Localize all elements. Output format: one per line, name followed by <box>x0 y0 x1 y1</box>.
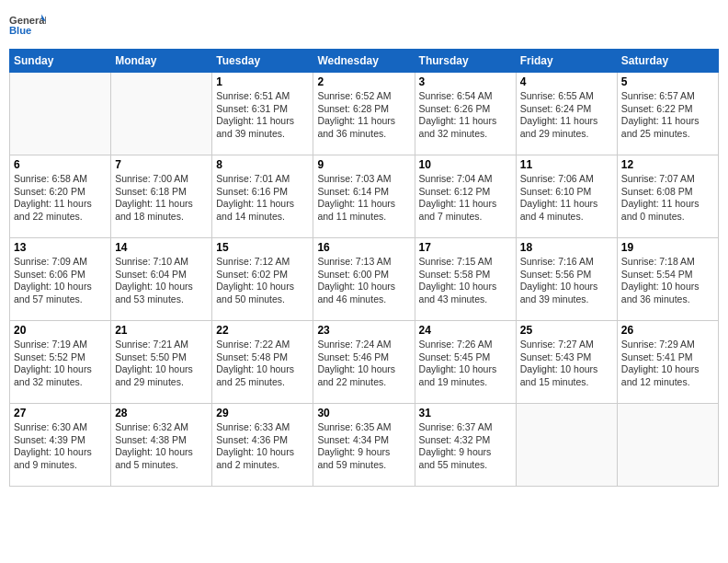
calendar-cell <box>516 404 617 487</box>
day-info: Sunrise: 7:21 AM Sunset: 5:50 PM Dayligh… <box>115 339 208 389</box>
calendar-cell: 6Sunrise: 6:58 AM Sunset: 6:20 PM Daylig… <box>10 155 111 238</box>
day-number: 7 <box>115 158 208 171</box>
calendar-cell: 1Sunrise: 6:51 AM Sunset: 6:31 PM Daylig… <box>212 73 313 155</box>
day-info: Sunrise: 7:29 AM Sunset: 5:41 PM Dayligh… <box>621 339 714 389</box>
day-number: 25 <box>520 324 613 337</box>
calendar-cell: 29Sunrise: 6:33 AM Sunset: 4:36 PM Dayli… <box>212 404 313 487</box>
calendar-cell: 2Sunrise: 6:52 AM Sunset: 6:28 PM Daylig… <box>313 73 415 155</box>
day-number: 19 <box>621 241 714 254</box>
day-number: 8 <box>216 158 309 171</box>
day-number: 9 <box>317 158 410 171</box>
day-number: 1 <box>216 75 309 88</box>
calendar-table: SundayMondayTuesdayWednesdayThursdayFrid… <box>9 49 719 487</box>
calendar-cell: 21Sunrise: 7:21 AM Sunset: 5:50 PM Dayli… <box>111 321 212 404</box>
day-info: Sunrise: 7:16 AM Sunset: 5:56 PM Dayligh… <box>520 256 613 306</box>
day-info: Sunrise: 7:26 AM Sunset: 5:45 PM Dayligh… <box>419 339 512 389</box>
calendar-cell: 3Sunrise: 6:54 AM Sunset: 6:26 PM Daylig… <box>415 73 516 155</box>
day-info: Sunrise: 7:27 AM Sunset: 5:43 PM Dayligh… <box>520 339 613 389</box>
calendar-cell: 28Sunrise: 6:32 AM Sunset: 4:38 PM Dayli… <box>111 404 212 487</box>
day-number: 17 <box>419 241 512 254</box>
day-number: 13 <box>14 241 107 254</box>
calendar-cell <box>10 73 111 155</box>
day-number: 18 <box>520 241 613 254</box>
calendar-cell <box>617 404 718 487</box>
day-info: Sunrise: 6:35 AM Sunset: 4:34 PM Dayligh… <box>317 421 410 472</box>
day-info: Sunrise: 7:07 AM Sunset: 6:08 PM Dayligh… <box>621 173 714 224</box>
day-info: Sunrise: 7:22 AM Sunset: 5:48 PM Dayligh… <box>216 339 309 389</box>
day-header-sunday: Sunday <box>10 50 111 73</box>
calendar-cell: 12Sunrise: 7:07 AM Sunset: 6:08 PM Dayli… <box>617 155 718 238</box>
day-number: 2 <box>317 75 410 88</box>
day-number: 16 <box>317 241 410 254</box>
generalblue-icon: General Blue <box>9 9 46 41</box>
calendar-cell: 9Sunrise: 7:03 AM Sunset: 6:14 PM Daylig… <box>313 155 415 238</box>
day-info: Sunrise: 7:15 AM Sunset: 5:58 PM Dayligh… <box>419 256 512 306</box>
day-info: Sunrise: 6:51 AM Sunset: 6:31 PM Dayligh… <box>216 90 309 141</box>
day-number: 24 <box>419 324 512 337</box>
calendar-cell: 24Sunrise: 7:26 AM Sunset: 5:45 PM Dayli… <box>415 321 516 404</box>
day-info: Sunrise: 6:54 AM Sunset: 6:26 PM Dayligh… <box>419 90 512 141</box>
calendar-week-row: 1Sunrise: 6:51 AM Sunset: 6:31 PM Daylig… <box>10 73 719 155</box>
day-number: 22 <box>216 324 309 337</box>
calendar-header-row: SundayMondayTuesdayWednesdayThursdayFrid… <box>10 50 719 73</box>
day-info: Sunrise: 7:04 AM Sunset: 6:12 PM Dayligh… <box>419 173 512 224</box>
day-header-tuesday: Tuesday <box>212 50 313 73</box>
day-number: 12 <box>621 158 714 171</box>
day-number: 3 <box>419 75 512 88</box>
day-number: 30 <box>317 407 410 419</box>
day-info: Sunrise: 7:13 AM Sunset: 6:00 PM Dayligh… <box>317 256 410 306</box>
calendar-cell: 25Sunrise: 7:27 AM Sunset: 5:43 PM Dayli… <box>516 321 617 404</box>
calendar-cell: 5Sunrise: 6:57 AM Sunset: 6:22 PM Daylig… <box>617 73 718 155</box>
calendar-cell <box>111 73 212 155</box>
calendar-cell: 19Sunrise: 7:18 AM Sunset: 5:54 PM Dayli… <box>617 238 718 321</box>
calendar-cell: 30Sunrise: 6:35 AM Sunset: 4:34 PM Dayli… <box>313 404 415 487</box>
day-number: 14 <box>115 241 208 254</box>
svg-text:General: General <box>9 15 46 26</box>
calendar-cell: 4Sunrise: 6:55 AM Sunset: 6:24 PM Daylig… <box>516 73 617 155</box>
calendar-cell: 8Sunrise: 7:01 AM Sunset: 6:16 PM Daylig… <box>212 155 313 238</box>
day-info: Sunrise: 6:37 AM Sunset: 4:32 PM Dayligh… <box>419 421 512 472</box>
calendar-week-row: 13Sunrise: 7:09 AM Sunset: 6:06 PM Dayli… <box>10 238 719 321</box>
day-number: 6 <box>14 158 107 171</box>
day-header-friday: Friday <box>516 50 617 73</box>
day-number: 21 <box>115 324 208 337</box>
day-info: Sunrise: 7:12 AM Sunset: 6:02 PM Dayligh… <box>216 256 309 306</box>
day-number: 11 <box>520 158 613 171</box>
day-header-thursday: Thursday <box>415 50 516 73</box>
day-info: Sunrise: 6:32 AM Sunset: 4:38 PM Dayligh… <box>115 421 208 472</box>
day-info: Sunrise: 7:18 AM Sunset: 5:54 PM Dayligh… <box>621 256 714 306</box>
day-info: Sunrise: 6:57 AM Sunset: 6:22 PM Dayligh… <box>621 90 714 141</box>
day-info: Sunrise: 7:06 AM Sunset: 6:10 PM Dayligh… <box>520 173 613 224</box>
day-info: Sunrise: 7:10 AM Sunset: 6:04 PM Dayligh… <box>115 256 208 306</box>
day-header-saturday: Saturday <box>617 50 718 73</box>
day-info: Sunrise: 7:03 AM Sunset: 6:14 PM Dayligh… <box>317 173 410 224</box>
calendar-cell: 22Sunrise: 7:22 AM Sunset: 5:48 PM Dayli… <box>212 321 313 404</box>
day-number: 26 <box>621 324 714 337</box>
day-number: 4 <box>520 75 613 88</box>
logo: General Blue <box>9 9 48 41</box>
calendar-cell: 14Sunrise: 7:10 AM Sunset: 6:04 PM Dayli… <box>111 238 212 321</box>
calendar-cell: 26Sunrise: 7:29 AM Sunset: 5:41 PM Dayli… <box>617 321 718 404</box>
calendar-cell: 31Sunrise: 6:37 AM Sunset: 4:32 PM Dayli… <box>415 404 516 487</box>
calendar-cell: 16Sunrise: 7:13 AM Sunset: 6:00 PM Dayli… <box>313 238 415 321</box>
day-number: 31 <box>419 407 512 419</box>
calendar-cell: 27Sunrise: 6:30 AM Sunset: 4:39 PM Dayli… <box>10 404 111 487</box>
day-info: Sunrise: 6:58 AM Sunset: 6:20 PM Dayligh… <box>14 173 107 224</box>
calendar-cell: 10Sunrise: 7:04 AM Sunset: 6:12 PM Dayli… <box>415 155 516 238</box>
calendar-cell: 18Sunrise: 7:16 AM Sunset: 5:56 PM Dayli… <box>516 238 617 321</box>
day-info: Sunrise: 6:55 AM Sunset: 6:24 PM Dayligh… <box>520 90 613 141</box>
calendar-cell: 15Sunrise: 7:12 AM Sunset: 6:02 PM Dayli… <box>212 238 313 321</box>
day-info: Sunrise: 7:24 AM Sunset: 5:46 PM Dayligh… <box>317 339 410 389</box>
calendar-cell: 13Sunrise: 7:09 AM Sunset: 6:06 PM Dayli… <box>10 238 111 321</box>
day-info: Sunrise: 6:30 AM Sunset: 4:39 PM Dayligh… <box>14 421 107 472</box>
day-number: 29 <box>216 407 309 419</box>
day-info: Sunrise: 7:01 AM Sunset: 6:16 PM Dayligh… <box>216 173 309 224</box>
calendar-week-row: 20Sunrise: 7:19 AM Sunset: 5:52 PM Dayli… <box>10 321 719 404</box>
calendar-cell: 17Sunrise: 7:15 AM Sunset: 5:58 PM Dayli… <box>415 238 516 321</box>
day-info: Sunrise: 6:33 AM Sunset: 4:36 PM Dayligh… <box>216 421 309 472</box>
day-number: 23 <box>317 324 410 337</box>
calendar-cell: 7Sunrise: 7:00 AM Sunset: 6:18 PM Daylig… <box>111 155 212 238</box>
calendar-cell: 23Sunrise: 7:24 AM Sunset: 5:46 PM Dayli… <box>313 321 415 404</box>
day-number: 27 <box>14 407 107 419</box>
calendar-week-row: 6Sunrise: 6:58 AM Sunset: 6:20 PM Daylig… <box>10 155 719 238</box>
